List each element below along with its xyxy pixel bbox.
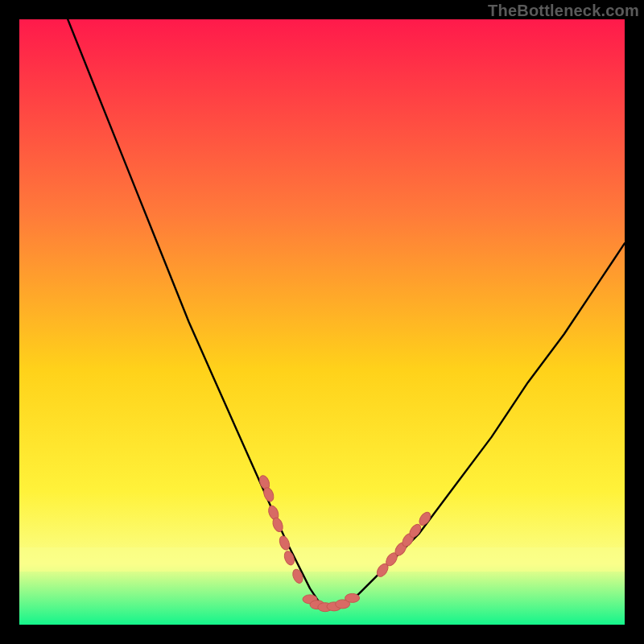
highlight-band xyxy=(19,547,625,572)
gradient-background xyxy=(19,19,625,625)
bottleneck-chart xyxy=(19,19,625,625)
watermark-text: TheBottleneck.com xyxy=(488,2,639,20)
chart-frame xyxy=(19,19,625,625)
curve-marker xyxy=(345,593,360,602)
